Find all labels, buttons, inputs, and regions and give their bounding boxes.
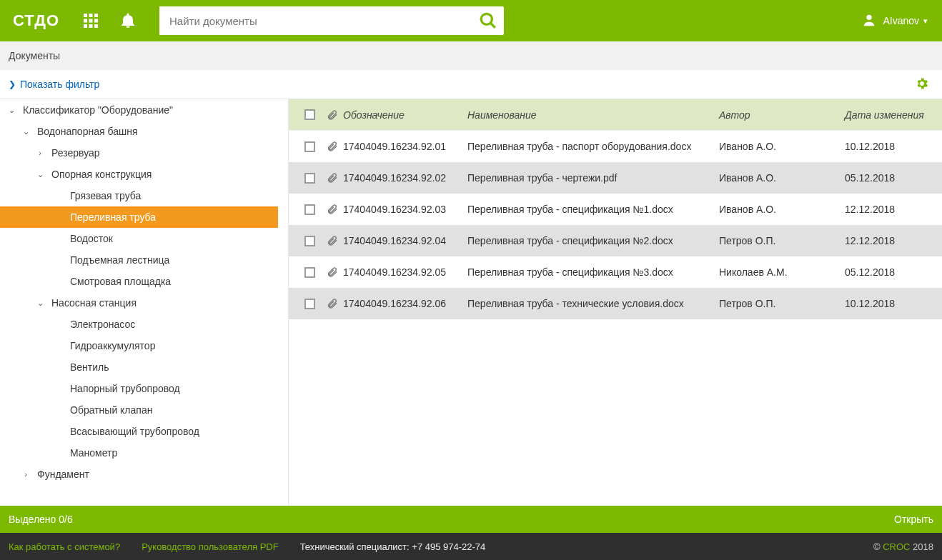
table-row[interactable]: 17404049.16234.92.04Переливная труба - с… [289, 225, 942, 256]
table-row[interactable]: 17404049.16234.92.06Переливная труба - т… [289, 288, 942, 319]
cell-code: 17404049.16234.92.05 [343, 266, 467, 278]
tree-item[interactable]: Смотровая площадка [0, 271, 278, 292]
chevron-down-icon[interactable]: ⌄ [34, 170, 46, 179]
tree-item[interactable]: ⌄Водонапорная башня [0, 121, 278, 142]
chevron-right-icon[interactable]: › [34, 149, 46, 157]
tree-item[interactable]: Гидроаккумулятор [0, 335, 278, 356]
help-link[interactable]: Как работать с системой? [9, 541, 120, 552]
show-filter-label: Показать фильтр [20, 79, 99, 90]
table-header: Обозначение Наименование Автор Дата изме… [289, 99, 942, 131]
gear-icon[interactable] [915, 76, 929, 93]
cell-date: 12.12.2018 [845, 204, 933, 215]
cell-author: Петров О.П. [719, 298, 845, 309]
select-all-checkbox[interactable] [304, 109, 315, 120]
attachment-icon[interactable] [322, 235, 343, 246]
tree-item-label: Смотровая площадка [70, 276, 171, 287]
breadcrumb-title: Документы [9, 50, 60, 61]
footer-bar: Как работать с системой? Руководство пол… [0, 533, 942, 560]
svg-rect-4 [89, 19, 93, 23]
tree-item-label: Резервуар [51, 147, 100, 159]
cell-date: 12.12.2018 [845, 235, 933, 246]
search-icon[interactable] [472, 6, 504, 35]
tree-item-label: Водонапорная башня [37, 126, 137, 137]
tree-item[interactable]: Электронасос [0, 314, 278, 335]
column-header-date[interactable]: Дата изменения [845, 109, 933, 121]
tree-item-label: Вентиль [70, 361, 109, 373]
tree-item[interactable]: Обратный клапан [0, 399, 278, 421]
tree-item-label: Всасывающий трубопровод [70, 426, 199, 437]
svg-rect-3 [84, 19, 87, 23]
tree-item-label: Классификатор "Оборудование" [23, 104, 173, 116]
attachment-icon[interactable] [322, 141, 343, 152]
user-icon [861, 12, 877, 30]
svg-point-9 [481, 14, 492, 24]
table-row[interactable]: 17404049.16234.92.05Переливная труба - с… [289, 256, 942, 288]
tree-item[interactable]: Подъемная лестница [0, 249, 278, 271]
table-row[interactable]: 17404049.16234.92.02Переливная труба - ч… [289, 162, 942, 194]
cell-name: Переливная труба - спецификация №3.docx [467, 266, 719, 278]
tree-item[interactable]: Манометр [0, 442, 278, 464]
tree-pane[interactable]: ⌄Классификатор "Оборудование"⌄Водонапорн… [0, 99, 289, 506]
cell-author: Николаев А.М. [719, 266, 845, 278]
row-checkbox[interactable] [304, 204, 315, 215]
cell-date: 05.12.2018 [845, 266, 933, 278]
tree-item-label: Напорный трубопровод [70, 383, 180, 394]
app-logo: СТДО [13, 11, 59, 30]
filter-row: ❯ Показать фильтр [0, 70, 942, 99]
tree-item-label: Обратный клапан [70, 404, 152, 416]
attachment-icon[interactable] [322, 266, 343, 278]
apps-icon[interactable] [82, 12, 99, 29]
attachment-icon[interactable] [322, 172, 343, 184]
tree-item[interactable]: Грязевая труба [0, 185, 278, 206]
tree-item-label: Насосная станция [51, 297, 137, 309]
table-row[interactable]: 17404049.16234.92.03Переливная труба - с… [289, 194, 942, 225]
attachment-icon[interactable] [322, 298, 343, 309]
search-input[interactable] [159, 6, 472, 35]
row-checkbox[interactable] [304, 267, 315, 278]
row-checkbox[interactable] [304, 236, 315, 246]
tree-item-label: Опорная конструкция [51, 169, 152, 180]
manual-link[interactable]: Руководство пользователя PDF [142, 541, 279, 552]
column-header-name[interactable]: Наименование [467, 109, 719, 121]
row-checkbox[interactable] [304, 141, 315, 152]
chevron-down-icon[interactable]: ⌄ [20, 127, 31, 136]
cell-author: Иванов А.О. [719, 204, 845, 215]
tree-item[interactable]: Напорный трубопровод [0, 378, 278, 399]
cell-author: Иванов А.О. [719, 141, 845, 152]
cell-name: Переливная труба - чертежи.pdf [467, 172, 719, 184]
svg-rect-0 [84, 14, 87, 17]
tree-item[interactable]: Всасывающий трубопровод [0, 421, 278, 442]
tree-item[interactable]: Водосток [0, 228, 278, 249]
column-header-code[interactable]: Обозначение [343, 109, 467, 121]
breadcrumb: Документы [0, 41, 942, 70]
show-filter-link[interactable]: ❯ Показать фильтр [9, 79, 99, 90]
row-checkbox[interactable] [304, 299, 315, 309]
open-button[interactable]: Открыть [894, 514, 933, 525]
app-header: СТДО AIvanov ▾ [0, 0, 942, 41]
chevron-right-icon[interactable]: › [20, 470, 31, 479]
user-menu[interactable]: AIvanov ▾ [861, 12, 928, 30]
tree-item[interactable]: ⌄Классификатор "Оборудование" [0, 99, 278, 121]
tree-item[interactable]: ›Резервуар [0, 142, 278, 164]
tree-item[interactable]: ›Фундамент [0, 464, 278, 485]
chevron-down-icon[interactable]: ⌄ [34, 299, 46, 308]
tree-item[interactable]: Переливная труба [0, 206, 278, 228]
attachment-icon[interactable] [322, 204, 343, 215]
tree-item[interactable]: ⌄Насосная станция [0, 292, 278, 314]
row-checkbox[interactable] [304, 173, 315, 184]
tree-item[interactable]: ⌄Опорная конструкция [0, 164, 278, 185]
status-bar: Выделено 0/6 Открыть [0, 506, 942, 533]
cell-name: Переливная труба - спецификация №2.docx [467, 235, 719, 246]
main-area: ⌄Классификатор "Оборудование"⌄Водонапорн… [0, 99, 942, 506]
column-header-author[interactable]: Автор [719, 109, 845, 121]
table-row[interactable]: 17404049.16234.92.01Переливная труба - п… [289, 131, 942, 162]
tree-item-label: Манометр [70, 447, 117, 459]
cell-date: 05.12.2018 [845, 172, 933, 184]
tree-item[interactable]: Вентиль [0, 356, 278, 378]
svg-rect-2 [94, 14, 98, 17]
chevron-down-icon[interactable]: ⌄ [6, 106, 17, 115]
notifications-icon[interactable] [119, 12, 137, 29]
tree-item-label: Грязевая труба [70, 190, 141, 201]
svg-rect-6 [84, 24, 87, 28]
copyright-text: © CROC 2018 [873, 541, 933, 552]
